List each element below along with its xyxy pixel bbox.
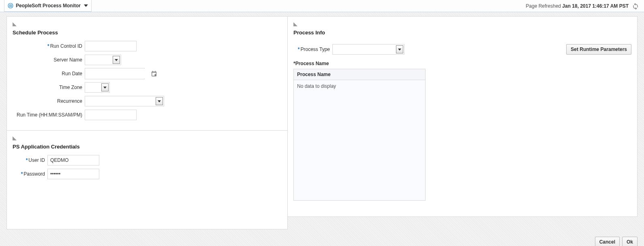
run-time-input[interactable] bbox=[85, 110, 137, 120]
calendar-icon[interactable] bbox=[151, 70, 157, 77]
server-name-value bbox=[85, 55, 112, 65]
collapse-toggle-icon[interactable] bbox=[13, 136, 17, 140]
cancel-button[interactable]: Cancel bbox=[595, 237, 620, 246]
process-type-select[interactable] bbox=[332, 44, 404, 55]
page-title: PeopleSoft Process Monitor bbox=[16, 3, 81, 8]
chevron-down-icon[interactable] bbox=[113, 56, 120, 64]
process-name-section-label: *Process Name bbox=[293, 61, 631, 66]
run-time-label: Run Time (HH:MM:SSAM/PM) bbox=[17, 112, 82, 118]
top-bar: PeopleSoft Process Monitor Page Refreshe… bbox=[0, 0, 644, 12]
credentials-panel: PS Application Credentials *User ID *Pas… bbox=[6, 131, 288, 229]
process-name-table: Process Name No data to display bbox=[293, 69, 426, 201]
server-name-select[interactable] bbox=[85, 55, 121, 65]
refreshed-label: Page Refreshed bbox=[526, 3, 561, 9]
collapse-toggle-icon[interactable] bbox=[13, 22, 17, 26]
server-name-label: Server Name bbox=[53, 57, 82, 63]
dialog-footer: Cancel Ok bbox=[0, 233, 644, 246]
time-zone-select[interactable] bbox=[85, 82, 110, 93]
ok-button[interactable]: Ok bbox=[622, 237, 638, 246]
run-date-input[interactable] bbox=[85, 69, 151, 78]
refreshed-timestamp: Jan 18, 2017 1:46:17 AM PST bbox=[562, 3, 629, 9]
refresh-status: Page Refreshed Jan 18, 2017 1:46:17 AM P… bbox=[526, 2, 640, 11]
target-icon bbox=[8, 3, 13, 8]
time-zone-label: Time Zone bbox=[59, 85, 82, 90]
process-name-empty-text: No data to display bbox=[294, 80, 425, 200]
process-type-value bbox=[333, 45, 395, 54]
run-control-id-input[interactable] bbox=[85, 41, 137, 51]
user-id-input[interactable] bbox=[47, 155, 99, 165]
chevron-down-icon[interactable] bbox=[101, 83, 109, 91]
process-info-panel: Process Info Set Runtime Parameters *Pro… bbox=[287, 16, 638, 217]
schedule-process-heading: Schedule Process bbox=[13, 30, 282, 36]
chevron-down-icon[interactable] bbox=[396, 45, 403, 53]
run-date-input-wrap bbox=[85, 68, 145, 79]
process-info-heading: Process Info bbox=[293, 30, 631, 36]
svg-point-3 bbox=[154, 74, 156, 76]
svg-point-2 bbox=[10, 5, 11, 6]
process-name-column-header: Process Name bbox=[294, 69, 425, 80]
set-runtime-parameters-button[interactable]: Set Runtime Parameters bbox=[566, 44, 631, 55]
collapse-toggle-icon[interactable] bbox=[293, 22, 297, 26]
chevron-down-icon[interactable] bbox=[156, 97, 163, 105]
process-type-label: Process Type bbox=[301, 47, 330, 52]
run-control-id-label: Run Control ID bbox=[50, 43, 82, 49]
time-zone-value bbox=[85, 83, 101, 92]
breadcrumb-dropdown[interactable]: PeopleSoft Process Monitor bbox=[4, 0, 92, 12]
chevron-down-icon bbox=[84, 4, 88, 7]
password-label: Password bbox=[24, 171, 45, 177]
user-id-label: User ID bbox=[28, 157, 45, 163]
recurrence-value bbox=[85, 96, 155, 106]
refresh-button[interactable] bbox=[631, 2, 640, 11]
schedule-process-panel: Schedule Process *Run Control ID Server … bbox=[6, 16, 288, 131]
run-date-label: Run Date bbox=[62, 71, 82, 76]
password-input[interactable] bbox=[47, 169, 99, 179]
credentials-heading: PS Application Credentials bbox=[13, 144, 282, 150]
recurrence-select[interactable] bbox=[85, 96, 164, 106]
recurrence-label: Recurrence bbox=[57, 98, 82, 104]
